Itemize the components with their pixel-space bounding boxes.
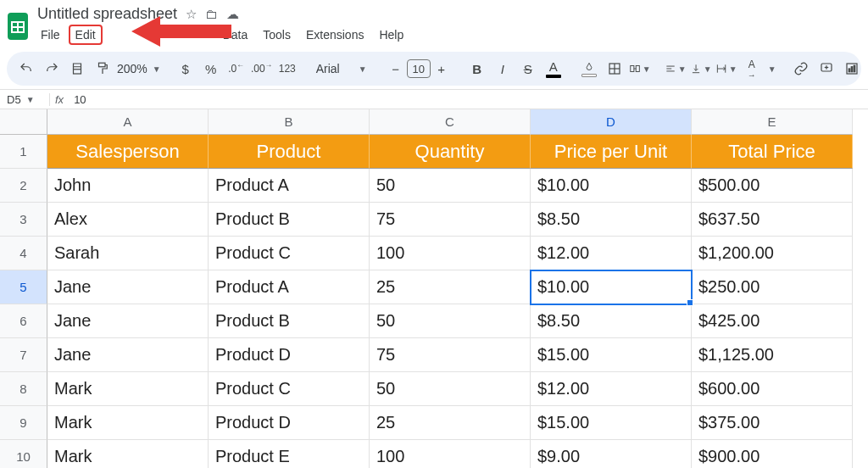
text-wrap-button[interactable]: ▼	[715, 57, 737, 81]
cell[interactable]: $10.00	[531, 169, 692, 203]
cell[interactable]: 50	[370, 169, 531, 203]
cell[interactable]: Product D	[209, 406, 370, 440]
row-header[interactable]: 10	[0, 440, 47, 468]
row-header[interactable]: 5	[0, 270, 47, 304]
menu-data[interactable]: Data	[216, 25, 255, 45]
font-size-input[interactable]: 10	[407, 59, 431, 78]
table-header-cell[interactable]: Quantity	[370, 135, 531, 169]
cell[interactable]: 100	[370, 440, 531, 468]
paint-format-button[interactable]	[92, 57, 114, 81]
text-color-button[interactable]: A	[542, 57, 565, 81]
document-title[interactable]: Untitled spreadsheet	[34, 3, 181, 25]
cell[interactable]: $8.50	[531, 304, 692, 338]
cell[interactable]: Jane	[47, 270, 209, 304]
font-size-decrease-button[interactable]: −	[385, 57, 407, 81]
column-header[interactable]: C	[370, 109, 531, 135]
format-currency-button[interactable]: $	[175, 57, 197, 81]
cell[interactable]: 100	[370, 237, 531, 270]
cell[interactable]: Product A	[209, 169, 370, 203]
merge-cells-button[interactable]: ▼	[629, 57, 651, 81]
font-family-select[interactable]: Arial▼	[312, 59, 371, 78]
cell[interactable]: Product D	[209, 338, 370, 372]
name-box[interactable]: D5▼	[0, 93, 49, 106]
horizontal-align-button[interactable]: ▼	[665, 57, 687, 81]
menu-extensions[interactable]: Extensions	[299, 25, 370, 45]
menu-file[interactable]: File	[34, 25, 67, 45]
italic-button[interactable]: I	[492, 57, 514, 81]
cell[interactable]: $1,125.00	[692, 338, 853, 372]
cloud-status-icon[interactable]: ☁	[226, 7, 239, 22]
insert-comment-button[interactable]	[815, 57, 837, 81]
bold-button[interactable]: B	[466, 57, 488, 81]
cell[interactable]: $250.00	[692, 270, 853, 304]
zoom-select[interactable]: 200%▼	[117, 62, 161, 75]
row-header[interactable]: 9	[0, 406, 47, 440]
cell[interactable]: $12.00	[531, 237, 692, 270]
cell[interactable]: $637.50	[692, 203, 853, 237]
insert-chart-button[interactable]	[841, 57, 863, 81]
cell[interactable]: Sarah	[47, 237, 209, 270]
cell[interactable]: 50	[370, 372, 531, 406]
column-header[interactable]: E	[692, 109, 853, 135]
table-header-cell[interactable]: Salesperson	[47, 135, 209, 169]
cell[interactable]: Product B	[209, 304, 370, 338]
row-header[interactable]: 3	[0, 203, 47, 237]
insert-link-button[interactable]	[790, 57, 812, 81]
font-size-increase-button[interactable]: +	[431, 57, 453, 81]
cell[interactable]: $8.50	[531, 203, 692, 237]
table-header-cell[interactable]: Price per Unit	[531, 135, 692, 169]
increase-decimal-button[interactable]: .00→	[251, 57, 273, 81]
column-header[interactable]: B	[209, 109, 370, 135]
row-header[interactable]: 1	[0, 135, 47, 169]
fill-color-button[interactable]	[578, 57, 600, 81]
cell[interactable]: $375.00	[692, 406, 853, 440]
cell[interactable]: $15.00	[531, 406, 692, 440]
row-header[interactable]: 7	[0, 338, 47, 372]
strikethrough-button[interactable]: S	[517, 57, 539, 81]
text-rotation-button[interactable]: A→	[741, 57, 763, 81]
decrease-decimal-button[interactable]: .0←	[225, 57, 248, 81]
cell[interactable]: Mark	[47, 406, 209, 440]
more-formats-button[interactable]: 123	[276, 57, 298, 81]
vertical-align-button[interactable]: ▼	[690, 57, 712, 81]
cell[interactable]: Product A	[209, 270, 370, 304]
cell[interactable]: $600.00	[692, 372, 853, 406]
cell[interactable]: Product E	[209, 440, 370, 468]
row-header[interactable]: 2	[0, 169, 47, 203]
cell[interactable]: $1,200.00	[692, 237, 853, 270]
table-header-cell[interactable]: Product	[209, 135, 370, 169]
cell[interactable]: 50	[370, 304, 531, 338]
cell[interactable]: Mark	[47, 440, 209, 468]
cell[interactable]: Alex	[47, 203, 209, 237]
cell[interactable]: Jane	[47, 304, 209, 338]
cell[interactable]: $10.00	[531, 270, 692, 304]
menu-help[interactable]: Help	[372, 25, 410, 45]
cell[interactable]: $425.00	[692, 304, 853, 338]
menu-edit[interactable]: Edit	[69, 25, 103, 45]
menu-tools[interactable]: Tools	[256, 25, 298, 45]
row-header[interactable]: 8	[0, 372, 47, 406]
cell[interactable]: $500.00	[692, 169, 853, 203]
formula-input[interactable]: 10	[69, 93, 91, 106]
row-header[interactable]: 6	[0, 304, 47, 338]
cell[interactable]: Product C	[209, 372, 370, 406]
cell[interactable]: Mark	[47, 372, 209, 406]
cell[interactable]: Product B	[209, 203, 370, 237]
table-header-cell[interactable]: Total Price	[692, 135, 853, 169]
borders-button[interactable]	[604, 57, 626, 81]
cell[interactable]: $15.00	[531, 338, 692, 372]
star-icon[interactable]: ☆	[186, 7, 197, 22]
cell[interactable]: John	[47, 169, 209, 203]
cell[interactable]: $9.00	[531, 440, 692, 468]
undo-button[interactable]	[15, 57, 37, 81]
cell[interactable]: Jane	[47, 338, 209, 372]
sheets-logo-icon[interactable]	[7, 12, 29, 41]
redo-button[interactable]	[41, 57, 63, 81]
cell[interactable]: 25	[370, 270, 531, 304]
column-header[interactable]: D	[531, 109, 692, 135]
format-percent-button[interactable]: %	[200, 57, 222, 81]
cell[interactable]: 75	[370, 203, 531, 237]
cell[interactable]: 25	[370, 406, 531, 440]
cell[interactable]: $900.00	[692, 440, 853, 468]
row-header[interactable]: 4	[0, 237, 47, 270]
